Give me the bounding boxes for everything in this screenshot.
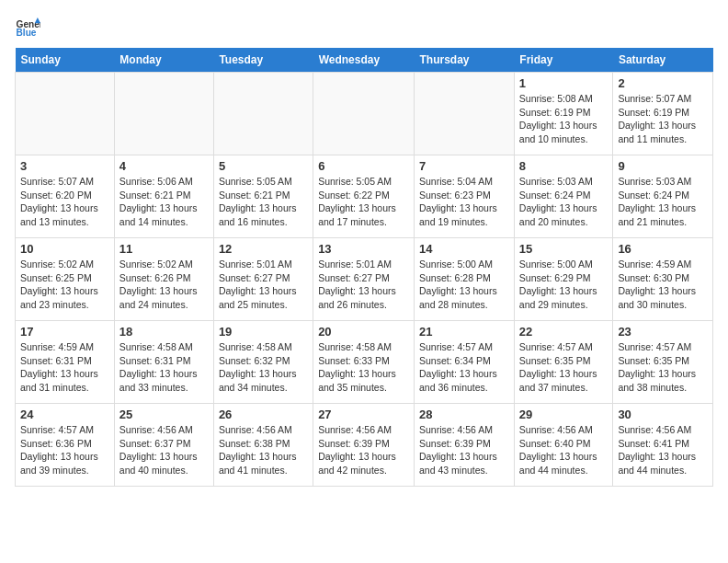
cell-content: Sunrise: 5:01 AM Sunset: 6:27 PM Dayligh… bbox=[318, 258, 409, 312]
calendar-cell: 18Sunrise: 4:58 AM Sunset: 6:31 PM Dayli… bbox=[114, 321, 213, 404]
column-header-wednesday: Wednesday bbox=[313, 48, 415, 73]
cell-content: Sunrise: 5:07 AM Sunset: 6:19 PM Dayligh… bbox=[618, 92, 708, 146]
cell-content: Sunrise: 5:00 AM Sunset: 6:28 PM Dayligh… bbox=[419, 258, 509, 312]
cell-content: Sunrise: 4:56 AM Sunset: 6:40 PM Dayligh… bbox=[519, 423, 609, 477]
date-number: 3 bbox=[20, 159, 109, 173]
cell-content: Sunrise: 4:59 AM Sunset: 6:30 PM Dayligh… bbox=[618, 258, 708, 312]
calendar-cell: 27Sunrise: 4:56 AM Sunset: 6:39 PM Dayli… bbox=[313, 404, 415, 487]
calendar-cell bbox=[415, 73, 515, 155]
cell-content: Sunrise: 5:02 AM Sunset: 6:25 PM Dayligh… bbox=[20, 258, 109, 312]
cell-content: Sunrise: 5:08 AM Sunset: 6:19 PM Dayligh… bbox=[519, 92, 609, 146]
date-number: 26 bbox=[219, 408, 308, 421]
date-number: 20 bbox=[318, 325, 409, 339]
calendar-cell: 10Sunrise: 5:02 AM Sunset: 6:25 PM Dayli… bbox=[16, 238, 115, 321]
date-number: 12 bbox=[219, 242, 308, 256]
calendar-cell: 17Sunrise: 4:59 AM Sunset: 6:31 PM Dayli… bbox=[16, 321, 115, 404]
cell-content: Sunrise: 5:05 AM Sunset: 6:22 PM Dayligh… bbox=[318, 175, 409, 229]
svg-text:Blue: Blue bbox=[17, 28, 37, 38]
cell-content: Sunrise: 4:56 AM Sunset: 6:37 PM Dayligh… bbox=[119, 423, 209, 477]
week-row-5: 24Sunrise: 4:57 AM Sunset: 6:36 PM Dayli… bbox=[16, 404, 713, 487]
date-number: 21 bbox=[419, 325, 509, 339]
calendar-cell: 23Sunrise: 4:57 AM Sunset: 6:35 PM Dayli… bbox=[613, 321, 713, 404]
date-number: 6 bbox=[318, 159, 409, 173]
column-header-friday: Friday bbox=[514, 48, 613, 73]
calendar-cell: 21Sunrise: 4:57 AM Sunset: 6:34 PM Dayli… bbox=[415, 321, 515, 404]
cell-content: Sunrise: 4:57 AM Sunset: 6:34 PM Dayligh… bbox=[419, 340, 509, 395]
calendar-cell: 8Sunrise: 5:03 AM Sunset: 6:24 PM Daylig… bbox=[514, 155, 613, 238]
cell-content: Sunrise: 5:01 AM Sunset: 6:27 PM Dayligh… bbox=[219, 258, 308, 312]
date-number: 15 bbox=[519, 242, 609, 256]
date-number: 17 bbox=[20, 325, 109, 339]
week-row-2: 3Sunrise: 5:07 AM Sunset: 6:20 PM Daylig… bbox=[16, 155, 713, 238]
date-number: 18 bbox=[119, 325, 209, 339]
calendar-cell: 12Sunrise: 5:01 AM Sunset: 6:27 PM Dayli… bbox=[213, 238, 313, 321]
cell-content: Sunrise: 4:58 AM Sunset: 6:32 PM Dayligh… bbox=[219, 340, 308, 395]
calendar-cell: 30Sunrise: 4:56 AM Sunset: 6:41 PM Dayli… bbox=[613, 404, 713, 487]
cell-content: Sunrise: 4:59 AM Sunset: 6:31 PM Dayligh… bbox=[20, 340, 109, 395]
cell-content: Sunrise: 5:03 AM Sunset: 6:24 PM Dayligh… bbox=[618, 175, 708, 229]
cell-content: Sunrise: 5:04 AM Sunset: 6:23 PM Dayligh… bbox=[419, 175, 509, 229]
cell-content: Sunrise: 5:06 AM Sunset: 6:21 PM Dayligh… bbox=[119, 175, 209, 229]
logo: General Blue bbox=[15, 15, 44, 40]
column-header-thursday: Thursday bbox=[415, 48, 515, 73]
calendar-cell: 19Sunrise: 4:58 AM Sunset: 6:32 PM Dayli… bbox=[213, 321, 313, 404]
date-number: 14 bbox=[419, 242, 509, 256]
calendar-cell: 9Sunrise: 5:03 AM Sunset: 6:24 PM Daylig… bbox=[613, 155, 713, 238]
cell-content: Sunrise: 4:57 AM Sunset: 6:35 PM Dayligh… bbox=[519, 340, 609, 395]
cell-content: Sunrise: 5:07 AM Sunset: 6:20 PM Dayligh… bbox=[20, 175, 109, 229]
date-number: 25 bbox=[119, 408, 209, 421]
calendar-cell bbox=[16, 73, 115, 155]
cell-content: Sunrise: 4:56 AM Sunset: 6:38 PM Dayligh… bbox=[219, 423, 308, 477]
cell-content: Sunrise: 4:56 AM Sunset: 6:39 PM Dayligh… bbox=[419, 423, 509, 477]
date-number: 22 bbox=[519, 325, 609, 339]
date-number: 8 bbox=[519, 159, 609, 173]
date-number: 5 bbox=[219, 159, 308, 173]
calendar-cell: 1Sunrise: 5:08 AM Sunset: 6:19 PM Daylig… bbox=[514, 73, 613, 155]
date-number: 9 bbox=[618, 159, 708, 173]
date-number: 29 bbox=[519, 408, 609, 421]
week-row-3: 10Sunrise: 5:02 AM Sunset: 6:25 PM Dayli… bbox=[16, 238, 713, 321]
date-number: 28 bbox=[419, 408, 509, 421]
calendar-cell: 2Sunrise: 5:07 AM Sunset: 6:19 PM Daylig… bbox=[613, 73, 713, 155]
page-header: General Blue bbox=[15, 15, 713, 40]
calendar-cell: 28Sunrise: 4:56 AM Sunset: 6:39 PM Dayli… bbox=[415, 404, 515, 487]
date-number: 1 bbox=[519, 76, 609, 90]
date-number: 4 bbox=[119, 159, 209, 173]
cell-content: Sunrise: 4:56 AM Sunset: 6:39 PM Dayligh… bbox=[318, 423, 409, 477]
column-header-sunday: Sunday bbox=[16, 48, 115, 73]
date-number: 16 bbox=[618, 242, 708, 256]
calendar-cell: 25Sunrise: 4:56 AM Sunset: 6:37 PM Dayli… bbox=[114, 404, 213, 487]
cell-content: Sunrise: 5:03 AM Sunset: 6:24 PM Dayligh… bbox=[519, 175, 609, 229]
date-number: 7 bbox=[419, 159, 509, 173]
cell-content: Sunrise: 5:00 AM Sunset: 6:29 PM Dayligh… bbox=[519, 258, 609, 312]
logo-icon: General Blue bbox=[15, 15, 40, 40]
calendar-table: SundayMondayTuesdayWednesdayThursdayFrid… bbox=[15, 48, 713, 487]
date-number: 27 bbox=[318, 408, 409, 421]
date-number: 24 bbox=[20, 408, 109, 421]
cell-content: Sunrise: 5:05 AM Sunset: 6:21 PM Dayligh… bbox=[219, 175, 308, 229]
column-header-monday: Monday bbox=[114, 48, 213, 73]
cell-content: Sunrise: 4:56 AM Sunset: 6:41 PM Dayligh… bbox=[618, 423, 708, 477]
date-number: 11 bbox=[119, 242, 209, 256]
week-row-1: 1Sunrise: 5:08 AM Sunset: 6:19 PM Daylig… bbox=[16, 73, 713, 155]
cell-content: Sunrise: 5:02 AM Sunset: 6:26 PM Dayligh… bbox=[119, 258, 209, 312]
cell-content: Sunrise: 4:57 AM Sunset: 6:35 PM Dayligh… bbox=[618, 340, 708, 395]
date-number: 13 bbox=[318, 242, 409, 256]
calendar-cell: 7Sunrise: 5:04 AM Sunset: 6:23 PM Daylig… bbox=[415, 155, 515, 238]
calendar-body: 1Sunrise: 5:08 AM Sunset: 6:19 PM Daylig… bbox=[16, 73, 713, 487]
calendar-cell bbox=[213, 73, 313, 155]
calendar-cell: 5Sunrise: 5:05 AM Sunset: 6:21 PM Daylig… bbox=[213, 155, 313, 238]
calendar-cell: 16Sunrise: 4:59 AM Sunset: 6:30 PM Dayli… bbox=[613, 238, 713, 321]
calendar-cell: 22Sunrise: 4:57 AM Sunset: 6:35 PM Dayli… bbox=[514, 321, 613, 404]
date-number: 23 bbox=[618, 325, 708, 339]
cell-content: Sunrise: 4:57 AM Sunset: 6:36 PM Dayligh… bbox=[20, 423, 109, 477]
cell-content: Sunrise: 4:58 AM Sunset: 6:33 PM Dayligh… bbox=[318, 340, 409, 395]
column-header-tuesday: Tuesday bbox=[213, 48, 313, 73]
week-row-4: 17Sunrise: 4:59 AM Sunset: 6:31 PM Dayli… bbox=[16, 321, 713, 404]
calendar-cell: 15Sunrise: 5:00 AM Sunset: 6:29 PM Dayli… bbox=[514, 238, 613, 321]
calendar-cell: 3Sunrise: 5:07 AM Sunset: 6:20 PM Daylig… bbox=[16, 155, 115, 238]
column-header-saturday: Saturday bbox=[613, 48, 713, 73]
calendar-cell: 11Sunrise: 5:02 AM Sunset: 6:26 PM Dayli… bbox=[114, 238, 213, 321]
calendar-cell bbox=[313, 73, 415, 155]
calendar-cell: 29Sunrise: 4:56 AM Sunset: 6:40 PM Dayli… bbox=[514, 404, 613, 487]
